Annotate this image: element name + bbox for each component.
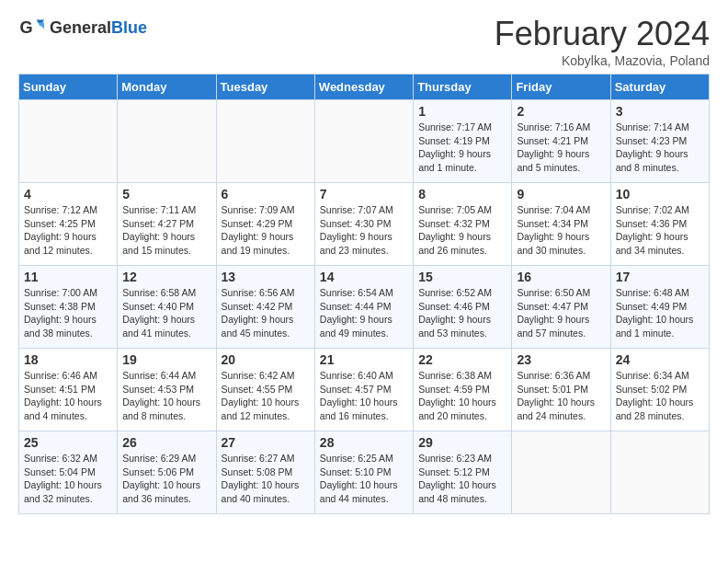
- calendar-cell: 29Sunrise: 6:23 AM Sunset: 5:12 PM Dayli…: [414, 431, 512, 514]
- day-number: 16: [517, 270, 605, 284]
- week-row-5: 25Sunrise: 6:32 AM Sunset: 5:04 PM Dayli…: [19, 431, 710, 514]
- day-number: 25: [24, 435, 112, 450]
- day-number: 1: [418, 104, 506, 119]
- day-info: Sunrise: 7:04 AM Sunset: 4:34 PM Dayligh…: [517, 203, 605, 258]
- day-info: Sunrise: 7:17 AM Sunset: 4:19 PM Dayligh…: [418, 121, 506, 175]
- weekday-header-sunday: Sunday: [19, 75, 118, 100]
- day-number: 6: [222, 187, 310, 201]
- calendar-cell: [216, 100, 314, 183]
- week-row-3: 11Sunrise: 7:00 AM Sunset: 4:38 PM Dayli…: [19, 266, 710, 349]
- weekday-header-monday: Monday: [118, 75, 216, 100]
- calendar-cell: [118, 100, 216, 183]
- calendar-cell: [314, 100, 413, 183]
- day-number: 24: [616, 352, 704, 367]
- calendar-cell: [610, 431, 709, 514]
- calendar-cell: [512, 431, 610, 514]
- day-info: Sunrise: 7:09 AM Sunset: 4:29 PM Dayligh…: [222, 203, 310, 258]
- calendar-subtitle: Kobylka, Mazovia, Poland: [495, 53, 710, 68]
- calendar-title: February 2024: [495, 15, 710, 53]
- day-number: 23: [517, 352, 605, 367]
- logo-text: GeneralBlue: [50, 18, 147, 38]
- day-number: 27: [222, 435, 310, 450]
- calendar-cell: 19Sunrise: 6:44 AM Sunset: 4:53 PM Dayli…: [118, 349, 216, 431]
- svg-text:G: G: [19, 18, 32, 37]
- day-info: Sunrise: 6:36 AM Sunset: 5:01 PM Dayligh…: [517, 369, 605, 423]
- calendar-cell: 17Sunrise: 6:48 AM Sunset: 4:49 PM Dayli…: [610, 266, 709, 349]
- calendar-cell: 5Sunrise: 7:11 AM Sunset: 4:27 PM Daylig…: [118, 183, 216, 266]
- day-info: Sunrise: 6:38 AM Sunset: 4:59 PM Dayligh…: [418, 369, 506, 423]
- weekday-header-row: SundayMondayTuesdayWednesdayThursdayFrid…: [19, 75, 710, 100]
- day-info: Sunrise: 7:14 AM Sunset: 4:23 PM Dayligh…: [616, 121, 704, 175]
- day-info: Sunrise: 7:00 AM Sunset: 4:38 PM Dayligh…: [24, 286, 112, 340]
- weekday-header-wednesday: Wednesday: [314, 75, 413, 100]
- calendar-table: SundayMondayTuesdayWednesdayThursdayFrid…: [18, 74, 710, 514]
- calendar-cell: 21Sunrise: 6:40 AM Sunset: 4:57 PM Dayli…: [314, 349, 413, 431]
- day-number: 18: [24, 352, 112, 367]
- weekday-header-thursday: Thursday: [414, 75, 512, 100]
- day-info: Sunrise: 6:34 AM Sunset: 5:02 PM Dayligh…: [616, 369, 704, 423]
- day-number: 13: [222, 270, 310, 284]
- calendar-cell: 26Sunrise: 6:29 AM Sunset: 5:06 PM Dayli…: [118, 431, 216, 514]
- day-number: 5: [122, 187, 210, 201]
- calendar-cell: 12Sunrise: 6:58 AM Sunset: 4:40 PM Dayli…: [118, 266, 216, 349]
- day-number: 28: [320, 435, 408, 450]
- day-number: 12: [122, 270, 210, 284]
- day-number: 11: [24, 270, 112, 284]
- weekday-header-friday: Friday: [512, 75, 610, 100]
- day-info: Sunrise: 6:42 AM Sunset: 4:55 PM Dayligh…: [222, 369, 310, 423]
- day-number: 20: [222, 352, 310, 367]
- calendar-cell: 25Sunrise: 6:32 AM Sunset: 5:04 PM Dayli…: [19, 431, 118, 514]
- calendar-cell: 27Sunrise: 6:27 AM Sunset: 5:08 PM Dayli…: [216, 431, 314, 514]
- logo-icon: G: [18, 15, 44, 40]
- day-number: 26: [122, 435, 210, 450]
- day-info: Sunrise: 7:16 AM Sunset: 4:21 PM Dayligh…: [517, 121, 605, 175]
- logo-blue: Blue: [111, 18, 147, 37]
- day-number: 9: [517, 187, 605, 201]
- day-number: 19: [122, 352, 210, 367]
- day-info: Sunrise: 7:02 AM Sunset: 4:36 PM Dayligh…: [616, 203, 704, 258]
- day-info: Sunrise: 6:23 AM Sunset: 5:12 PM Dayligh…: [418, 452, 506, 506]
- calendar-cell: 11Sunrise: 7:00 AM Sunset: 4:38 PM Dayli…: [19, 266, 118, 349]
- calendar-cell: 24Sunrise: 6:34 AM Sunset: 5:02 PM Dayli…: [610, 349, 709, 431]
- calendar-cell: 7Sunrise: 7:07 AM Sunset: 4:30 PM Daylig…: [314, 183, 413, 266]
- day-info: Sunrise: 6:44 AM Sunset: 4:53 PM Dayligh…: [122, 369, 210, 423]
- day-info: Sunrise: 6:29 AM Sunset: 5:06 PM Dayligh…: [122, 452, 210, 506]
- calendar-cell: 1Sunrise: 7:17 AM Sunset: 4:19 PM Daylig…: [414, 100, 512, 183]
- calendar-cell: 9Sunrise: 7:04 AM Sunset: 4:34 PM Daylig…: [512, 183, 610, 266]
- calendar-cell: 23Sunrise: 6:36 AM Sunset: 5:01 PM Dayli…: [512, 349, 610, 431]
- calendar-cell: 13Sunrise: 6:56 AM Sunset: 4:42 PM Dayli…: [216, 266, 314, 349]
- day-info: Sunrise: 6:27 AM Sunset: 5:08 PM Dayligh…: [222, 452, 310, 506]
- day-info: Sunrise: 7:05 AM Sunset: 4:32 PM Dayligh…: [418, 203, 506, 258]
- day-info: Sunrise: 6:58 AM Sunset: 4:40 PM Dayligh…: [122, 286, 210, 340]
- calendar-cell: 14Sunrise: 6:54 AM Sunset: 4:44 PM Dayli…: [314, 266, 413, 349]
- day-number: 22: [418, 352, 506, 367]
- day-number: 10: [616, 187, 704, 201]
- day-number: 14: [320, 270, 408, 284]
- calendar-cell: 4Sunrise: 7:12 AM Sunset: 4:25 PM Daylig…: [19, 183, 118, 266]
- day-info: Sunrise: 7:07 AM Sunset: 4:30 PM Dayligh…: [320, 203, 408, 258]
- day-number: 15: [418, 270, 506, 284]
- day-number: 17: [616, 270, 704, 284]
- logo-general: General: [50, 18, 111, 37]
- calendar-cell: 3Sunrise: 7:14 AM Sunset: 4:23 PM Daylig…: [610, 100, 709, 183]
- header: G GeneralBlue February 2024 Kobylka, Maz…: [18, 15, 710, 68]
- calendar-cell: 15Sunrise: 6:52 AM Sunset: 4:46 PM Dayli…: [414, 266, 512, 349]
- logo: G GeneralBlue: [18, 15, 147, 40]
- calendar-cell: 6Sunrise: 7:09 AM Sunset: 4:29 PM Daylig…: [216, 183, 314, 266]
- day-number: 8: [418, 187, 506, 201]
- day-info: Sunrise: 7:11 AM Sunset: 4:27 PM Dayligh…: [122, 203, 210, 258]
- calendar-cell: 18Sunrise: 6:46 AM Sunset: 4:51 PM Dayli…: [19, 349, 118, 431]
- day-info: Sunrise: 6:32 AM Sunset: 5:04 PM Dayligh…: [24, 452, 112, 506]
- day-number: 2: [517, 104, 605, 119]
- calendar-cell: 20Sunrise: 6:42 AM Sunset: 4:55 PM Dayli…: [216, 349, 314, 431]
- day-info: Sunrise: 7:12 AM Sunset: 4:25 PM Dayligh…: [24, 203, 112, 258]
- calendar-cell: 10Sunrise: 7:02 AM Sunset: 4:36 PM Dayli…: [610, 183, 709, 266]
- day-info: Sunrise: 6:50 AM Sunset: 4:47 PM Dayligh…: [517, 286, 605, 340]
- day-info: Sunrise: 6:25 AM Sunset: 5:10 PM Dayligh…: [320, 452, 408, 506]
- calendar-cell: 22Sunrise: 6:38 AM Sunset: 4:59 PM Dayli…: [414, 349, 512, 431]
- day-number: 21: [320, 352, 408, 367]
- calendar-cell: 28Sunrise: 6:25 AM Sunset: 5:10 PM Dayli…: [314, 431, 413, 514]
- day-number: 3: [616, 104, 704, 119]
- day-info: Sunrise: 6:40 AM Sunset: 4:57 PM Dayligh…: [320, 369, 408, 423]
- calendar-cell: 2Sunrise: 7:16 AM Sunset: 4:21 PM Daylig…: [512, 100, 610, 183]
